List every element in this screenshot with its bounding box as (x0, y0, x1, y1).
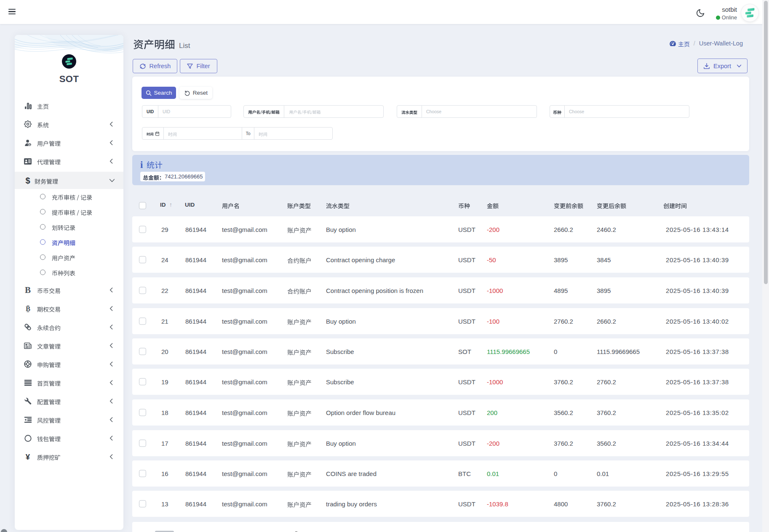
svg-text:B: B (25, 305, 30, 313)
svg-text:$: $ (25, 176, 30, 185)
svg-text:¥: ¥ (26, 453, 30, 461)
svg-text:B: B (25, 286, 31, 294)
